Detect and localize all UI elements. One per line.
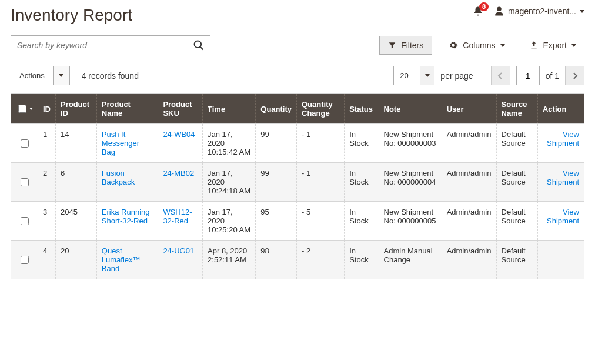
- cell-sku: 24-MB02: [158, 163, 203, 202]
- chevron-down-icon: [571, 44, 576, 47]
- cell-product-name: Fusion Backpack: [96, 163, 158, 202]
- row-checkbox[interactable]: [21, 217, 29, 225]
- column-header[interactable]: Product SKU: [158, 94, 203, 124]
- filters-label: Filters: [401, 41, 423, 50]
- cell-qty-change: - 1: [297, 124, 345, 163]
- product-name-link[interactable]: Fusion Backpack: [102, 169, 135, 186]
- per-page-value: 20: [394, 66, 420, 85]
- cell-source: Default Source: [496, 202, 537, 241]
- gear-icon: [449, 41, 458, 50]
- cell-id: 1: [38, 124, 56, 163]
- view-shipment-link[interactable]: View Shipment: [543, 208, 579, 225]
- row-checkbox[interactable]: [21, 178, 29, 186]
- svg-point-0: [195, 41, 202, 48]
- select-all-box[interactable]: [18, 105, 26, 113]
- cell-product-name: Quest Lumaflex™ Band: [96, 241, 158, 279]
- next-page-button[interactable]: [565, 66, 584, 85]
- cell-time: Jan 17, 2020 10:15:42 AM: [203, 124, 256, 163]
- column-header[interactable]: Quantity Change: [297, 94, 345, 124]
- records-found: 4 records found: [82, 71, 139, 81]
- column-header[interactable]: Time: [203, 94, 256, 124]
- actions-caret[interactable]: [53, 66, 69, 85]
- cell-user: Admin/admin: [442, 241, 496, 279]
- cell-time: Apr 8, 2020 2:52:11 AM: [203, 241, 256, 279]
- view-shipment-link[interactable]: View Shipment: [543, 130, 579, 148]
- column-header[interactable]: Status: [345, 94, 379, 124]
- per-page-caret[interactable]: [420, 66, 434, 85]
- cell-product-id: 20: [56, 241, 97, 279]
- filters-button[interactable]: Filters: [379, 36, 432, 55]
- product-name-link[interactable]: Push It Messenger Bag: [102, 130, 139, 156]
- column-header[interactable]: Action: [537, 94, 584, 124]
- sku-link[interactable]: 24-WB04: [163, 130, 195, 139]
- search-input[interactable]: [11, 41, 188, 50]
- cell-user: Admin/admin: [442, 202, 496, 241]
- sku-link[interactable]: 24-MB02: [163, 169, 194, 178]
- cell-note: New Shipment No: 000000003: [379, 124, 442, 163]
- page-input[interactable]: [516, 66, 540, 85]
- cell-note: New Shipment No: 000000004: [379, 163, 442, 202]
- row-checkbox[interactable]: [21, 139, 29, 148]
- columns-label: Columns: [463, 41, 495, 50]
- cell-qty: 98: [256, 241, 297, 279]
- user-label: magento2-invent...: [508, 6, 576, 16]
- search-button[interactable]: [188, 36, 210, 55]
- cell-product-name: Erika Running Short-32-Red: [96, 202, 158, 241]
- table-row: 114Push It Messenger Bag24-WB04Jan 17, 2…: [11, 124, 584, 163]
- cell-id: 3: [38, 202, 56, 241]
- data-grid: IDProduct IDProduct NameProduct SKUTimeQ…: [11, 93, 584, 279]
- table-row: 26Fusion Backpack24-MB02Jan 17, 2020 10:…: [11, 163, 584, 202]
- cell-qty-change: - 1: [297, 163, 345, 202]
- cell-qty: 99: [256, 124, 297, 163]
- column-header[interactable]: Note: [379, 94, 442, 124]
- chevron-down-icon: [59, 74, 63, 77]
- cell-product-id: 14: [56, 124, 97, 163]
- per-page-dropdown[interactable]: 20: [393, 66, 434, 85]
- columns-button[interactable]: Columns: [440, 36, 513, 54]
- cell-note: Admin Manual Change: [379, 241, 442, 279]
- cell-user: Admin/admin: [442, 163, 496, 202]
- cell-qty-change: - 5: [297, 202, 345, 241]
- sku-link[interactable]: 24-UG01: [163, 246, 194, 255]
- cell-id: 2: [38, 163, 56, 202]
- product-name-link[interactable]: Quest Lumaflex™ Band: [102, 246, 141, 273]
- cell-action: View Shipment: [537, 163, 584, 202]
- chevron-left-icon: [497, 72, 503, 79]
- sku-link[interactable]: WSH12-32-Red: [163, 208, 192, 225]
- cell-time: Jan 17, 2020 10:24:18 AM: [203, 163, 256, 202]
- search-box: [11, 35, 210, 55]
- notifications-button[interactable]: 8: [473, 6, 483, 16]
- prev-page-button[interactable]: [491, 66, 510, 85]
- column-header[interactable]: Quantity: [256, 94, 297, 124]
- per-page-label: per page: [440, 71, 473, 81]
- column-header[interactable]: User: [442, 94, 496, 124]
- chevron-down-icon: [580, 10, 584, 13]
- column-header[interactable]: Source Name: [496, 94, 537, 124]
- cell-sku: 24-UG01: [158, 241, 203, 279]
- search-icon: [193, 39, 205, 51]
- export-button[interactable]: Export: [521, 36, 584, 54]
- column-header[interactable]: Product ID: [56, 94, 97, 124]
- notification-badge: 8: [479, 2, 489, 11]
- cell-sku: WSH12-32-Red: [158, 202, 203, 241]
- export-label: Export: [543, 41, 567, 50]
- chevron-down-icon: [29, 108, 33, 110]
- chevron-right-icon: [572, 72, 578, 79]
- cell-qty-change: - 2: [297, 241, 345, 279]
- column-header[interactable]: Product Name: [96, 94, 158, 124]
- row-checkbox[interactable]: [21, 256, 29, 264]
- cell-source: Default Source: [496, 163, 537, 202]
- cell-product-name: Push It Messenger Bag: [96, 124, 158, 163]
- cell-product-id: 6: [56, 163, 97, 202]
- select-all-checkbox[interactable]: [16, 103, 33, 115]
- cell-note: New Shipment No: 000000005: [379, 202, 442, 241]
- chevron-down-icon: [425, 74, 430, 77]
- cell-status: In Stock: [345, 202, 379, 241]
- chevron-down-icon: [500, 44, 505, 47]
- view-shipment-link[interactable]: View Shipment: [543, 169, 579, 186]
- actions-dropdown[interactable]: Actions: [11, 66, 70, 85]
- product-name-link[interactable]: Erika Running Short-32-Red: [102, 208, 150, 225]
- page-title: Inventory Report: [11, 6, 132, 25]
- user-menu-button[interactable]: magento2-invent...: [494, 6, 584, 16]
- column-header[interactable]: ID: [38, 94, 56, 124]
